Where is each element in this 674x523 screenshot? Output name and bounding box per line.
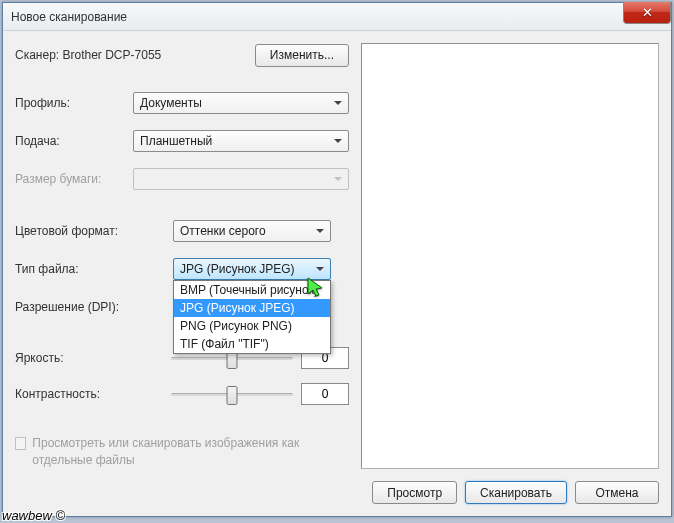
settings-panel: Сканер: Brother DCP-7055 Изменить... Про… — [15, 43, 349, 504]
filetype-select[interactable]: JPG (Рисунок JPEG) BMP (Точечный рисунок… — [173, 258, 331, 280]
right-panel: Просмотр Сканировать Отмена — [361, 43, 659, 504]
filetype-label: Тип файла: — [15, 262, 173, 276]
content-area: Сканер: Brother DCP-7055 Изменить... Про… — [3, 31, 671, 516]
brightness-slider[interactable] — [171, 357, 293, 360]
filetype-option-jpg[interactable]: JPG (Рисунок JPEG) — [174, 299, 330, 317]
close-button[interactable] — [623, 2, 671, 24]
filetype-dropdown: BMP (Точечный рисунок) JPG (Рисунок JPEG… — [173, 280, 331, 354]
chevron-down-icon — [334, 101, 342, 105]
contrast-slider[interactable] — [171, 393, 293, 396]
watermark: wawbew © — [2, 508, 65, 523]
filetype-option-bmp[interactable]: BMP (Точечный рисунок) — [174, 281, 330, 299]
brightness-label: Яркость: — [15, 351, 163, 365]
chevron-down-icon — [334, 139, 342, 143]
preview-area — [361, 43, 659, 469]
color-format-select[interactable]: Оттенки серого — [173, 220, 331, 242]
profile-label: Профиль: — [15, 96, 133, 110]
separate-files-checkbox — [15, 437, 26, 450]
cancel-button[interactable]: Отмена — [575, 481, 659, 504]
titlebar: Новое сканирование — [3, 3, 671, 31]
slider-thumb[interactable] — [227, 386, 238, 405]
change-scanner-button[interactable]: Изменить... — [255, 44, 349, 67]
separate-files-label: Просмотреть или сканировать изображения … — [32, 435, 349, 469]
paper-size-select — [133, 168, 349, 190]
contrast-input[interactable] — [301, 383, 349, 405]
footer-buttons: Просмотр Сканировать Отмена — [361, 469, 659, 504]
scan-dialog: Новое сканирование Сканер: Brother DCP-7… — [2, 2, 672, 517]
filetype-option-png[interactable]: PNG (Рисунок PNG) — [174, 317, 330, 335]
dpi-label: Разрешение (DPI): — [15, 300, 173, 314]
filetype-option-tif[interactable]: TIF (Файл "TIF") — [174, 335, 330, 353]
profile-select[interactable]: Документы — [133, 92, 349, 114]
scanner-label: Сканер: Brother DCP-7055 — [15, 48, 255, 62]
preview-button[interactable]: Просмотр — [372, 481, 457, 504]
window-title: Новое сканирование — [11, 10, 127, 24]
paper-size-label: Размер бумаги: — [15, 172, 133, 186]
feed-label: Подача: — [15, 134, 133, 148]
contrast-label: Контрастность: — [15, 387, 163, 401]
scan-button[interactable]: Сканировать — [465, 481, 567, 504]
feed-select[interactable]: Планшетный — [133, 130, 349, 152]
chevron-down-icon — [316, 229, 324, 233]
color-format-label: Цветовой формат: — [15, 224, 173, 238]
chevron-down-icon — [334, 177, 342, 181]
chevron-down-icon — [316, 267, 324, 271]
